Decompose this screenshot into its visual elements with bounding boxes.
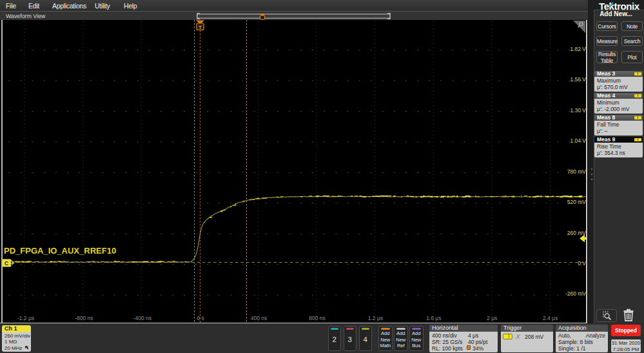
svg-text:C 1: C 1 [5,260,14,267]
svg-text:T: T [199,25,202,30]
